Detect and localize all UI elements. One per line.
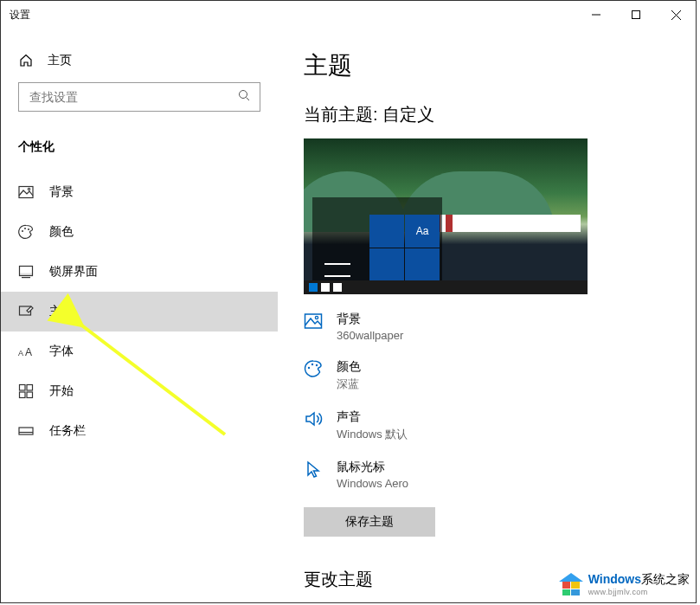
- setting-value: 360wallpaper: [337, 329, 403, 342]
- svg-point-25: [308, 367, 310, 369]
- svg-line-5: [247, 98, 250, 101]
- minimize-icon: [592, 10, 600, 19]
- palette-icon: [304, 359, 323, 378]
- theme-preview[interactable]: Aa: [304, 138, 588, 294]
- svg-point-8: [22, 230, 23, 232]
- svg-text:A: A: [18, 349, 23, 357]
- sidebar-item-label: 锁屏界面: [49, 264, 98, 280]
- sidebar-item-taskbar[interactable]: 任务栏: [1, 411, 278, 451]
- page-title: 主题: [304, 49, 670, 82]
- start-tiles-mock: Aa: [369, 215, 439, 282]
- setting-cursor[interactable]: 鼠标光标 Windows Aero: [304, 460, 670, 490]
- taskbar-icon: [18, 423, 34, 439]
- svg-rect-12: [20, 274, 33, 276]
- preview-aa-tile: Aa: [405, 215, 440, 248]
- svg-rect-13: [22, 277, 30, 278]
- setting-value: Windows 默认: [337, 427, 408, 442]
- home-label: 主页: [48, 53, 72, 68]
- svg-rect-20: [27, 392, 33, 398]
- watermark-brand: Windows: [588, 572, 641, 586]
- sidebar-item-colors[interactable]: 颜色: [1, 212, 278, 252]
- svg-rect-6: [19, 187, 33, 198]
- svg-rect-18: [27, 385, 33, 391]
- sidebar-item-label: 背景: [49, 184, 74, 200]
- home-icon: [18, 53, 34, 68]
- titlebar: 设置: [1, 1, 696, 29]
- sound-icon: [304, 409, 323, 428]
- watermark-url: www.bjjmlv.com: [588, 588, 690, 596]
- search-input[interactable]: [28, 89, 209, 105]
- setting-label: 鼠标光标: [337, 460, 408, 475]
- home-link[interactable]: 主页: [1, 44, 278, 77]
- sidebar-item-label: 字体: [49, 344, 74, 359]
- sidebar-item-lockscreen[interactable]: 锁屏界面: [1, 252, 278, 292]
- svg-point-7: [28, 188, 29, 190]
- search-box[interactable]: [18, 82, 260, 112]
- cursor-icon: [304, 460, 323, 479]
- svg-rect-17: [20, 385, 26, 391]
- setting-value: 深蓝: [337, 377, 361, 392]
- sidebar-item-fonts[interactable]: AA 字体: [1, 331, 278, 371]
- image-icon: [18, 184, 34, 200]
- watermark-suffix: 系统之家: [641, 572, 690, 586]
- maximize-icon: [632, 10, 640, 19]
- current-theme-heading: 当前主题: 自定义: [304, 103, 670, 126]
- maximize-button[interactable]: [616, 1, 656, 29]
- svg-point-10: [28, 228, 29, 230]
- setting-sounds[interactable]: 声音 Windows 默认: [304, 409, 670, 442]
- setting-colors[interactable]: 颜色 深蓝: [304, 359, 670, 392]
- image-icon: [304, 312, 323, 331]
- watermark: Windows系统之家 www.bjjmlv.com: [559, 572, 690, 596]
- lockscreen-icon: [18, 264, 34, 280]
- svg-point-26: [311, 364, 313, 365]
- close-icon: [671, 10, 681, 20]
- sidebar-item-label: 颜色: [49, 224, 74, 240]
- svg-rect-19: [20, 392, 26, 398]
- minimize-button[interactable]: [576, 1, 616, 29]
- font-icon: AA: [18, 344, 34, 359]
- section-personalization: 个性化: [1, 127, 278, 172]
- sidebar-item-label: 任务栏: [49, 423, 86, 439]
- palette-icon: [18, 224, 34, 240]
- setting-label: 颜色: [337, 359, 361, 375]
- setting-label: 声音: [337, 409, 408, 425]
- body: 主页 个性化 背景 颜色: [1, 29, 696, 602]
- save-theme-button[interactable]: 保存主题: [304, 507, 435, 537]
- sidebar-item-background[interactable]: 背景: [1, 172, 278, 212]
- sidebar-item-themes[interactable]: 主题: [1, 292, 278, 331]
- search-icon: [238, 89, 251, 105]
- watermark-logo-icon: [559, 573, 583, 595]
- sidebar: 主页 个性化 背景 颜色: [1, 29, 278, 602]
- setting-label: 背景: [337, 312, 403, 327]
- svg-rect-21: [19, 428, 33, 434]
- close-button[interactable]: [656, 1, 696, 29]
- svg-point-9: [24, 228, 26, 229]
- svg-point-4: [240, 91, 247, 99]
- window-controls: [576, 1, 696, 29]
- svg-point-24: [315, 316, 318, 319]
- svg-text:A: A: [25, 346, 32, 358]
- settings-window: 设置 主页: [0, 0, 697, 603]
- taskbar-mock: [304, 280, 588, 294]
- svg-point-27: [316, 364, 318, 366]
- sidebar-item-label: 主题: [49, 304, 74, 319]
- svg-rect-1: [633, 11, 640, 19]
- sidebar-item-label: 开始: [49, 383, 74, 399]
- theme-icon: [18, 304, 34, 319]
- start-icon: [18, 383, 34, 399]
- main-content: 主题 当前主题: 自定义 Aa: [278, 29, 696, 602]
- setting-background[interactable]: 背景 360wallpaper: [304, 312, 670, 342]
- sidebar-item-start[interactable]: 开始: [1, 371, 278, 411]
- window-title: 设置: [10, 8, 30, 23]
- setting-value: Windows Aero: [337, 477, 408, 490]
